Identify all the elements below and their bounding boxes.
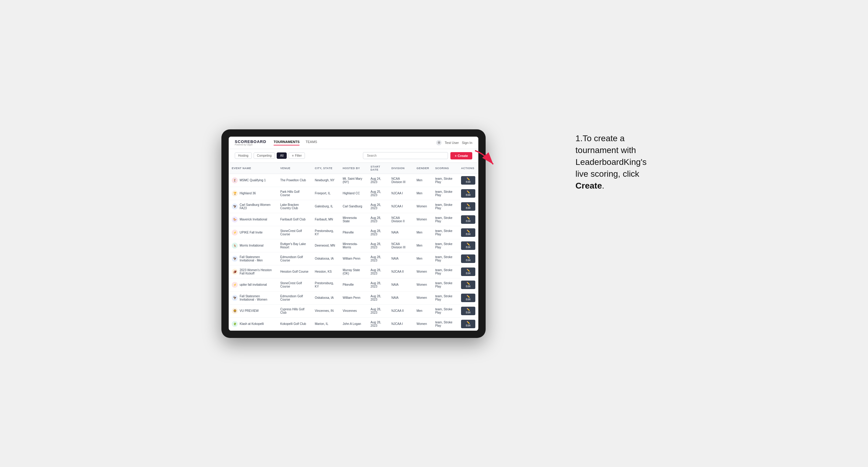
cell-venue: StoneCrest Golf Course bbox=[277, 226, 312, 239]
cell-city_state: Vincennes, IN bbox=[312, 304, 340, 317]
cell-gender: Women bbox=[413, 317, 432, 330]
cell-scoring: team, Stroke Play bbox=[432, 187, 458, 200]
cell-city_state: Deerwood, MN bbox=[312, 239, 340, 252]
cell-start_date: Aug 28, 2023 bbox=[368, 278, 389, 291]
logo-subtitle: Powered by Clippit bbox=[235, 144, 266, 146]
edit-button[interactable]: ✏️ Edit bbox=[461, 307, 475, 315]
event-name-cell: 🌵Klash at Kokopelli bbox=[232, 321, 274, 327]
cell-start_date: Aug 25, 2023 bbox=[368, 187, 389, 200]
cell-name: 🦅Carl Sandburg Women FA23 bbox=[229, 200, 277, 213]
table-row: ⚡UPIKE Fall InviteStoneCrest Golf Course… bbox=[229, 226, 478, 239]
cell-division: NAIA bbox=[389, 252, 414, 265]
user-name: Test User bbox=[445, 141, 459, 145]
col-header-scoring: SCORING bbox=[432, 163, 458, 174]
cell-city_state: Faribault, MN bbox=[312, 213, 340, 226]
edit-button[interactable]: ✏️ Edit bbox=[461, 281, 475, 289]
hosting-filter-btn[interactable]: Hosting bbox=[235, 152, 252, 159]
event-icon: 🏈 bbox=[232, 269, 238, 275]
edit-button[interactable]: ✏️ Edit bbox=[461, 268, 475, 276]
cell-division: NJCAA II bbox=[389, 304, 414, 317]
cell-name: 🦅Fall Statesmen Invitational - Women bbox=[229, 291, 277, 304]
cell-scoring: team, Stroke Play bbox=[432, 200, 458, 213]
event-name-cell: 🦅Carl Sandburg Women FA23 bbox=[232, 203, 274, 210]
cell-actions: ✏️ Edit bbox=[458, 187, 478, 200]
cell-start_date: Aug 28, 2023 bbox=[368, 226, 389, 239]
event-name-cell: 🏈2023 Women's Hesston Fall Kickoff bbox=[232, 269, 274, 275]
sign-in-link[interactable]: Sign In bbox=[462, 141, 472, 145]
event-name-cell: 🏌️MSMC Qualifying 1 bbox=[232, 177, 274, 183]
cell-venue: StoneCrest Golf Course bbox=[277, 278, 312, 291]
col-header-division: DIVISION bbox=[389, 163, 414, 174]
create-button[interactable]: + Create bbox=[451, 152, 472, 159]
cell-division: NAIA bbox=[389, 291, 414, 304]
app-header: SCOREBOARD Powered by Clippit TOURNAMENT… bbox=[229, 137, 478, 149]
cell-division: NJCAA I bbox=[389, 187, 414, 200]
event-name-text: Fall Statesmen Invitational - Men bbox=[240, 255, 274, 262]
cell-hosted_by: Carl Sandburg bbox=[340, 200, 368, 213]
cell-venue: Faribault Golf Club bbox=[277, 213, 312, 226]
edit-button[interactable]: ✏️ Edit bbox=[461, 215, 475, 224]
event-icon: 🏆 bbox=[232, 190, 238, 196]
filter-icon-btn[interactable]: ≡ Filter bbox=[288, 152, 305, 159]
table-body: 🏌️MSMC Qualifying 1The Powelton ClubNewb… bbox=[229, 174, 478, 330]
cell-scoring: team, Stroke Play bbox=[432, 291, 458, 304]
cell-gender: Women bbox=[413, 213, 432, 226]
nav-tab-tournaments[interactable]: TOURNAMENTS bbox=[274, 140, 300, 146]
cell-division: NAIA bbox=[389, 226, 414, 239]
table-row: 🦁VU PREVIEWCypress Hills Golf ClubVincen… bbox=[229, 304, 478, 317]
edit-button[interactable]: ✏️ Edit bbox=[461, 228, 475, 237]
event-icon: 🦅 bbox=[232, 204, 238, 210]
cell-hosted_by: Minnesota-Morris bbox=[340, 239, 368, 252]
edit-button[interactable]: ✏️ Edit bbox=[461, 176, 475, 185]
edit-button[interactable]: ✏️ Edit bbox=[461, 202, 475, 211]
event-name-cell: ⚡UPIKE Fall Invite bbox=[232, 229, 274, 236]
cell-division: NCAA Division III bbox=[389, 239, 414, 252]
cell-name: 🐎Maverick Invitational bbox=[229, 213, 277, 226]
event-name-text: upike fall invitational bbox=[240, 283, 267, 286]
table-row: 🦌Morris InvitationalRuttger's Bay Lake R… bbox=[229, 239, 478, 252]
event-name-text: Maverick Invitational bbox=[240, 218, 267, 221]
cell-gender: Men bbox=[413, 187, 432, 200]
cell-start_date: Aug 28, 2023 bbox=[368, 317, 389, 330]
cell-city_state: Hesston, KS bbox=[312, 265, 340, 278]
event-icon: 🦌 bbox=[232, 243, 238, 249]
cell-hosted_by: Murray State (OK) bbox=[340, 265, 368, 278]
table-row: 🐎Maverick InvitationalFaribault Golf Clu… bbox=[229, 213, 478, 226]
edit-button[interactable]: ✏️ Edit bbox=[461, 320, 475, 328]
nav-tab-teams[interactable]: TEAMS bbox=[306, 140, 317, 146]
table-row: 🌵Klash at KokopelliKokopelli Golf ClubMa… bbox=[229, 317, 478, 330]
competing-filter-btn[interactable]: Competing bbox=[254, 152, 275, 159]
cell-name: 🏈2023 Women's Hesston Fall Kickoff bbox=[229, 265, 277, 278]
event-icon: 🌵 bbox=[232, 321, 238, 327]
edit-button[interactable]: ✏️ Edit bbox=[461, 254, 475, 263]
logo-title: SCOREBOARD bbox=[235, 140, 266, 144]
cell-city_state: Prestonsburg, KY bbox=[312, 226, 340, 239]
col-header-gender: GENDER bbox=[413, 163, 432, 174]
table-row: 🏌️MSMC Qualifying 1The Powelton ClubNewb… bbox=[229, 174, 478, 187]
edit-button[interactable]: ✏️ Edit bbox=[461, 241, 475, 250]
settings-icon[interactable]: ⚙ bbox=[436, 140, 442, 146]
cell-venue: Lake Bracken Country Club bbox=[277, 200, 312, 213]
event-name-text: Carl Sandburg Women FA23 bbox=[240, 203, 274, 210]
cell-start_date: Aug 28, 2023 bbox=[368, 265, 389, 278]
search-input[interactable] bbox=[363, 152, 448, 159]
event-name-cell: 🦅Fall Statesmen Invitational - Women bbox=[232, 294, 274, 301]
cell-gender: Women bbox=[413, 291, 432, 304]
cell-start_date: Aug 28, 2023 bbox=[368, 239, 389, 252]
cell-hosted_by: John A Logan bbox=[340, 317, 368, 330]
annotation-text: 1.To create a tournament with Leaderboar… bbox=[576, 129, 647, 192]
cell-hosted_by: Pikeville bbox=[340, 278, 368, 291]
edit-button[interactable]: ✏️ Edit bbox=[461, 189, 475, 198]
col-header-event-name: EVENT NAME bbox=[229, 163, 277, 174]
cell-scoring: team, Stroke Play bbox=[432, 239, 458, 252]
cell-actions: ✏️ Edit bbox=[458, 226, 478, 239]
cell-gender: Men bbox=[413, 252, 432, 265]
event-icon: ⚡ bbox=[232, 282, 238, 288]
cell-actions: ✏️ Edit bbox=[458, 200, 478, 213]
cell-name: ⚡UPIKE Fall Invite bbox=[229, 226, 277, 239]
col-header-actions: ACTIONS bbox=[458, 163, 478, 174]
edit-button[interactable]: ✏️ Edit bbox=[461, 293, 475, 302]
header-left: SCOREBOARD Powered by Clippit TOURNAMENT… bbox=[235, 140, 317, 146]
all-filter-btn[interactable]: All bbox=[277, 152, 287, 159]
event-icon: 🦅 bbox=[232, 256, 238, 262]
